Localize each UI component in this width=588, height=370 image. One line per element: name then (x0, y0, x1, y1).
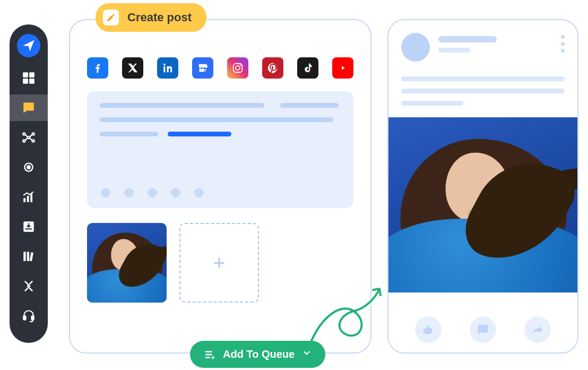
share-button[interactable] (524, 316, 551, 343)
caption-line (401, 101, 463, 106)
svg-rect-3 (29, 79, 34, 84)
create-post-button[interactable]: Create post (96, 3, 206, 32)
editor-tool[interactable] (171, 188, 180, 197)
editor-tool[interactable] (124, 188, 134, 197)
preview-subtext-line (438, 48, 470, 53)
svg-rect-2 (23, 79, 28, 84)
caption-line (401, 89, 565, 93)
add-to-queue-button[interactable]: Add To Queue (190, 341, 325, 368)
preview-header (401, 33, 565, 62)
comment-button[interactable] (470, 316, 496, 343)
media-thumbnail[interactable] (87, 223, 167, 303)
channel-facebook[interactable] (87, 57, 108, 79)
channel-instagram[interactable] (227, 57, 248, 79)
editor-tool[interactable] (148, 188, 157, 197)
svg-point-6 (23, 133, 25, 135)
queue-icon (204, 349, 215, 360)
preview-caption (401, 76, 565, 106)
attached-photo (87, 223, 167, 303)
composer-card: G + (69, 19, 371, 354)
svg-rect-14 (30, 194, 32, 202)
svg-point-8 (23, 140, 25, 142)
svg-point-11 (27, 166, 30, 168)
sidebar-brand[interactable] (17, 34, 40, 57)
svg-rect-23 (234, 64, 243, 73)
svg-point-7 (32, 133, 34, 135)
media-attachments: + (87, 223, 353, 303)
sidebar (10, 24, 48, 343)
add-media-button[interactable]: + (179, 223, 259, 303)
svg-rect-12 (23, 198, 25, 202)
editor-text-line (280, 103, 339, 108)
svg-rect-17 (23, 252, 25, 261)
sidebar-item-distribute[interactable] (10, 124, 48, 151)
sidebar-item-compose[interactable] (10, 94, 48, 121)
preview-name-line (438, 36, 497, 42)
channel-tiktok[interactable] (297, 57, 318, 79)
channel-youtube[interactable] (332, 57, 353, 79)
sidebar-item-support[interactable] (10, 303, 48, 329)
editor-text-line (100, 117, 333, 122)
channel-x[interactable] (122, 57, 143, 79)
caption-line (401, 76, 565, 81)
channel-pinterest[interactable] (262, 57, 283, 79)
chevron-down-icon (302, 348, 312, 360)
channel-google-business[interactable]: G (192, 57, 213, 79)
add-to-queue-label: Add To Queue (223, 348, 295, 360)
editor-tool[interactable] (194, 188, 204, 197)
preview-menu-button[interactable] (561, 33, 565, 53)
post-editor[interactable] (87, 91, 353, 208)
social-channels: G (87, 57, 353, 79)
plus-icon: + (213, 251, 225, 275)
editor-tool[interactable] (101, 188, 110, 197)
sidebar-item-analytics[interactable] (10, 184, 48, 210)
editor-text-line (100, 103, 264, 108)
create-post-label: Create post (127, 11, 192, 24)
sidebar-item-library[interactable] (10, 243, 48, 270)
edit-icon (103, 10, 119, 25)
preview-actions (401, 307, 565, 343)
svg-point-5 (28, 136, 30, 139)
svg-point-24 (236, 66, 240, 70)
channel-linkedin[interactable] (157, 57, 178, 79)
svg-rect-19 (30, 252, 33, 261)
svg-rect-13 (27, 196, 29, 202)
sidebar-item-inbox[interactable] (10, 213, 48, 240)
svg-rect-0 (23, 72, 28, 78)
editor-text-line (100, 132, 158, 136)
editor-toolbar (101, 188, 204, 197)
post-preview-card (387, 19, 578, 354)
svg-rect-16 (25, 228, 32, 229)
svg-rect-1 (29, 72, 34, 78)
editor-link-line (168, 132, 231, 136)
svg-text:G: G (204, 68, 207, 73)
preview-image (388, 117, 577, 292)
sidebar-item-dashboard[interactable] (10, 65, 48, 91)
svg-rect-20 (23, 316, 25, 320)
svg-rect-21 (31, 316, 33, 320)
like-button[interactable] (415, 316, 442, 343)
svg-point-25 (240, 65, 241, 66)
svg-rect-18 (27, 252, 29, 261)
preview-avatar (401, 33, 430, 62)
svg-point-9 (32, 140, 34, 142)
sidebar-item-settings[interactable] (10, 273, 48, 299)
sidebar-item-target[interactable] (10, 154, 48, 180)
